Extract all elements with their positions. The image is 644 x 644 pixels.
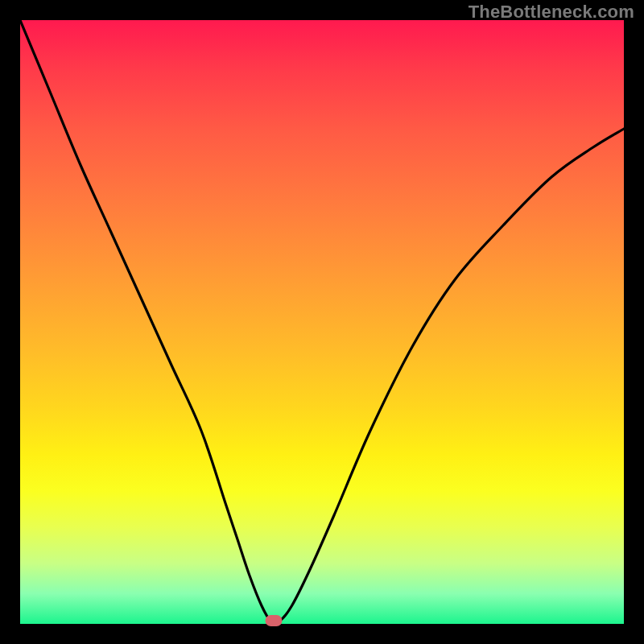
optimum-marker	[266, 615, 283, 626]
curve-path	[20, 20, 624, 623]
chart-frame: TheBottleneck.com	[0, 0, 644, 644]
plot-area	[20, 20, 624, 624]
bottleneck-curve	[20, 20, 624, 624]
